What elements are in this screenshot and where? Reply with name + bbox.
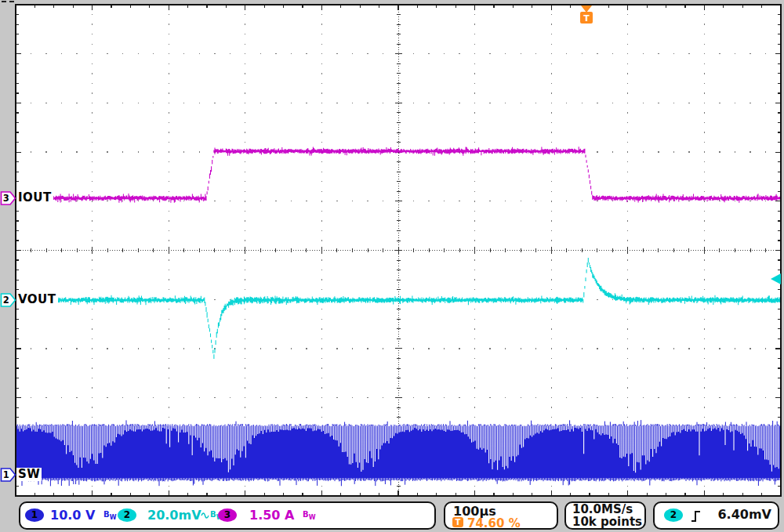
channel3-scale-readout: 1.50 A — [249, 508, 294, 523]
sample-rate-readout: 10.0MS/s — [572, 503, 633, 516]
channel3-trace-label: IOUT — [16, 191, 53, 204]
bandwidth-limit-icon: BW — [103, 510, 116, 521]
svg-text:1: 1 — [3, 469, 9, 480]
channel1-trace-label: SW — [16, 468, 42, 481]
channel-2-reference-badge[interactable]: 2 — [2, 294, 16, 306]
svg-text:3: 3 — [3, 193, 9, 204]
waveform-display: T321 — [0, 0, 784, 532]
channel2-scale-readout: 20.0mV — [147, 508, 201, 523]
record-length-readout: 10k points — [572, 516, 642, 528]
svg-text:2: 2 — [3, 295, 9, 306]
svg-text:T: T — [583, 13, 590, 24]
channel3-badge[interactable]: 3 — [218, 508, 237, 522]
channel-3-reference-badge[interactable]: 3 — [2, 192, 16, 204]
trigger-position-readout: 74.60 % — [467, 516, 521, 530]
bandwidth-limit-icon: BW — [303, 510, 315, 521]
channel2-badge[interactable]: 2 — [118, 508, 136, 522]
trigger-settings-box[interactable]: 2 6.40mV — [653, 501, 779, 530]
channel-1-reference-badge[interactable]: 1 — [2, 469, 16, 481]
trigger-T-badge-icon: T — [452, 517, 463, 527]
timebase-box[interactable]: 100µs T 74.60 % — [444, 501, 558, 530]
oscilloscope-screen: T321 IOUT VOUT SW 1 10.0 V BW 2 20.0mV B… — [0, 0, 784, 532]
channel2-trace-label: VOUT — [16, 293, 58, 306]
acquisition-box[interactable]: 10.0MS/s 10k points — [564, 501, 646, 530]
trigger-source-badge[interactable]: 2 — [664, 508, 683, 522]
channel-readouts-box[interactable]: 1 10.0 V BW 2 20.0mV BW 3 1.50 A BW — [19, 501, 436, 530]
ac-coupling-icon — [201, 512, 209, 519]
rising-edge-icon — [691, 510, 701, 523]
channel1-badge[interactable]: 1 — [25, 508, 44, 522]
trace-sw-ch1 — [16, 420, 780, 486]
channel1-scale-readout: 10.0 V — [50, 508, 95, 523]
trigger-level-readout: 6.40mV — [717, 507, 771, 522]
